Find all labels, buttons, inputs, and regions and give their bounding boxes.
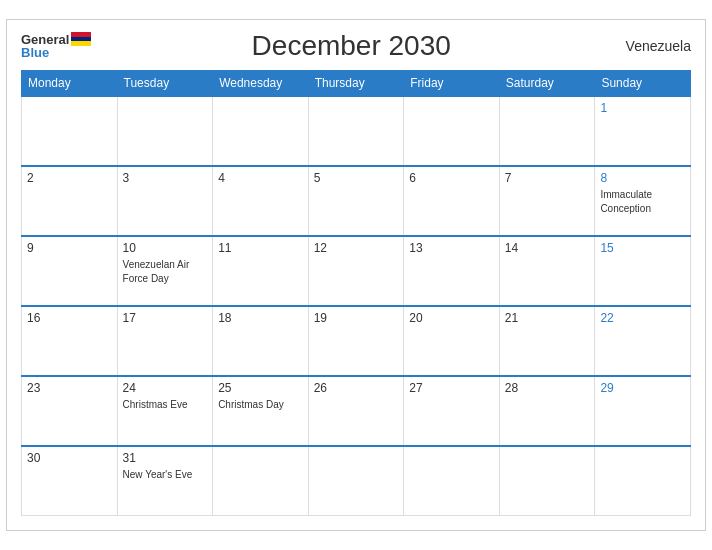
calendar-cell: 29: [595, 376, 691, 446]
calendar-cell: 3: [117, 166, 213, 236]
calendar-cell: 6: [404, 166, 500, 236]
calendar-cell: 13: [404, 236, 500, 306]
month-title: December 2030: [91, 30, 611, 62]
calendar-cell: [499, 446, 595, 516]
day-number: 23: [27, 381, 112, 395]
calendar-cell: 12: [308, 236, 404, 306]
calendar-cell: 14: [499, 236, 595, 306]
day-number: 11: [218, 241, 303, 255]
day-number: 30: [27, 451, 112, 465]
calendar-cell: 20: [404, 306, 500, 376]
day-number: 10: [123, 241, 208, 255]
weekday-header-tuesday: Tuesday: [117, 70, 213, 96]
calendar-cell: [117, 96, 213, 166]
weekday-header-wednesday: Wednesday: [213, 70, 309, 96]
day-number: 24: [123, 381, 208, 395]
day-number: 16: [27, 311, 112, 325]
day-number: 31: [123, 451, 208, 465]
calendar-cell: 27: [404, 376, 500, 446]
logo-blue-text: Blue: [21, 46, 49, 59]
week-row-4: 16171819202122: [22, 306, 691, 376]
week-row-6: 3031New Year's Eve: [22, 446, 691, 516]
calendar-cell: 22: [595, 306, 691, 376]
svg-rect-2: [71, 41, 91, 46]
day-number: 28: [505, 381, 590, 395]
country-name: Venezuela: [611, 38, 691, 54]
calendar-cell: 7: [499, 166, 595, 236]
calendar-cell: 26: [308, 376, 404, 446]
weekday-header-row: MondayTuesdayWednesdayThursdayFridaySatu…: [22, 70, 691, 96]
calendar-cell: [22, 96, 118, 166]
day-number: 14: [505, 241, 590, 255]
calendar-cell: 1: [595, 96, 691, 166]
calendar-cell: 17: [117, 306, 213, 376]
day-number: 29: [600, 381, 685, 395]
day-number: 19: [314, 311, 399, 325]
holiday-name: Immaculate Conception: [600, 189, 652, 214]
day-number: 4: [218, 171, 303, 185]
calendar-cell: [499, 96, 595, 166]
calendar-cell: 19: [308, 306, 404, 376]
logo-general-text: General: [21, 33, 69, 46]
weekday-header-friday: Friday: [404, 70, 500, 96]
weekday-header-monday: Monday: [22, 70, 118, 96]
day-number: 22: [600, 311, 685, 325]
calendar-cell: 4: [213, 166, 309, 236]
calendar-cell: 25Christmas Day: [213, 376, 309, 446]
day-number: 25: [218, 381, 303, 395]
calendar: General Blue December 2030 Venezuela Mon…: [6, 19, 706, 532]
day-number: 27: [409, 381, 494, 395]
day-number: 17: [123, 311, 208, 325]
svg-rect-1: [71, 37, 91, 41]
calendar-cell: [213, 96, 309, 166]
calendar-cell: 2: [22, 166, 118, 236]
week-row-5: 2324Christmas Eve25Christmas Day26272829: [22, 376, 691, 446]
calendar-cell: 15: [595, 236, 691, 306]
calendar-cell: 28: [499, 376, 595, 446]
calendar-cell: [308, 446, 404, 516]
day-number: 26: [314, 381, 399, 395]
calendar-cell: 21: [499, 306, 595, 376]
calendar-cell: 23: [22, 376, 118, 446]
day-number: 9: [27, 241, 112, 255]
week-row-3: 910Venezuelan Air Force Day1112131415: [22, 236, 691, 306]
week-row-2: 2345678Immaculate Conception: [22, 166, 691, 236]
day-number: 2: [27, 171, 112, 185]
day-number: 8: [600, 171, 685, 185]
calendar-cell: [595, 446, 691, 516]
day-number: 18: [218, 311, 303, 325]
calendar-cell: 31New Year's Eve: [117, 446, 213, 516]
logo: General Blue: [21, 32, 91, 59]
holiday-name: Christmas Eve: [123, 399, 188, 410]
calendar-cell: 30: [22, 446, 118, 516]
day-number: 21: [505, 311, 590, 325]
calendar-grid: MondayTuesdayWednesdayThursdayFridaySatu…: [21, 70, 691, 517]
day-number: 1: [600, 101, 685, 115]
day-number: 20: [409, 311, 494, 325]
holiday-name: Christmas Day: [218, 399, 284, 410]
svg-rect-0: [71, 32, 91, 37]
calendar-header: General Blue December 2030 Venezuela: [21, 30, 691, 62]
holiday-name: New Year's Eve: [123, 469, 193, 480]
day-number: 6: [409, 171, 494, 185]
calendar-cell: 9: [22, 236, 118, 306]
day-number: 13: [409, 241, 494, 255]
calendar-cell: 10Venezuelan Air Force Day: [117, 236, 213, 306]
day-number: 5: [314, 171, 399, 185]
calendar-cell: [404, 446, 500, 516]
day-number: 7: [505, 171, 590, 185]
holiday-name: Venezuelan Air Force Day: [123, 259, 190, 284]
calendar-cell: [213, 446, 309, 516]
day-number: 15: [600, 241, 685, 255]
weekday-header-sunday: Sunday: [595, 70, 691, 96]
logo-flag-icon: [71, 32, 91, 46]
calendar-cell: 11: [213, 236, 309, 306]
day-number: 12: [314, 241, 399, 255]
calendar-cell: 8Immaculate Conception: [595, 166, 691, 236]
weekday-header-thursday: Thursday: [308, 70, 404, 96]
week-row-1: 1: [22, 96, 691, 166]
calendar-cell: 24Christmas Eve: [117, 376, 213, 446]
day-number: 3: [123, 171, 208, 185]
calendar-cell: 5: [308, 166, 404, 236]
calendar-cell: 16: [22, 306, 118, 376]
